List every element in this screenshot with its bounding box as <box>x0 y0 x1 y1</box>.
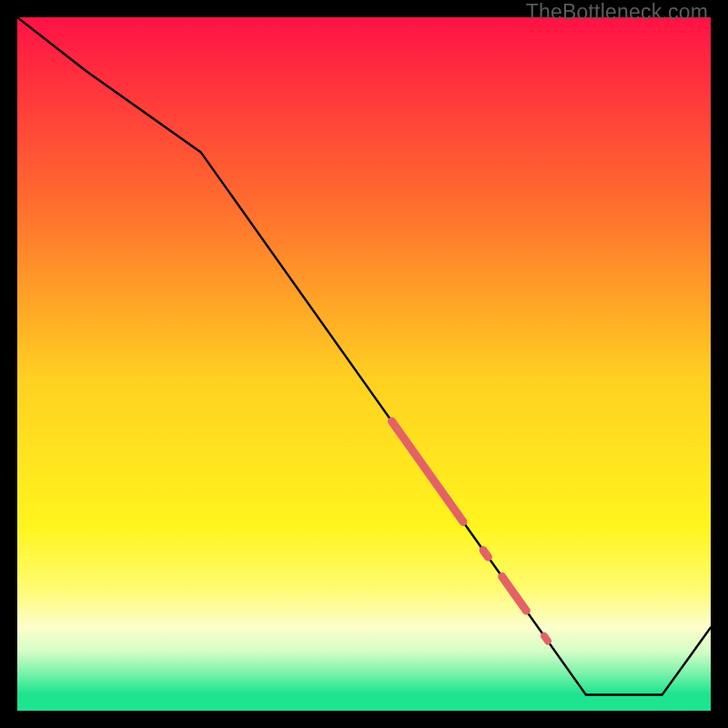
marker-segment <box>483 551 488 558</box>
watermark-text: TheBottleneck.com <box>526 0 708 25</box>
chart-frame: TheBottleneck.com <box>0 0 728 728</box>
gradient-background <box>17 17 711 711</box>
chart-svg <box>17 17 711 711</box>
marker-segment <box>544 636 548 641</box>
